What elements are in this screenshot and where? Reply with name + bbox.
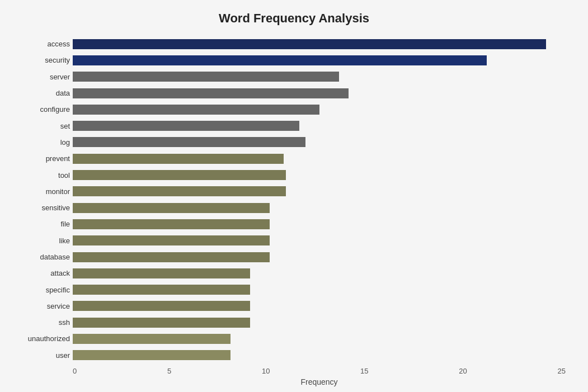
bar-rect xyxy=(73,186,286,196)
bar-row: configure xyxy=(73,103,566,116)
bars-container: accesssecurityserverdataconfiguresetlogp… xyxy=(11,36,577,363)
bar-label: prevent xyxy=(8,154,70,163)
bar-label: data xyxy=(8,89,70,97)
x-tick: 20 xyxy=(459,367,467,375)
bar-rect xyxy=(73,170,286,180)
bar-row: tool xyxy=(73,169,566,181)
bar-label: set xyxy=(8,122,70,130)
bar-label: log xyxy=(8,138,70,147)
bar-row: database xyxy=(73,251,566,263)
bar-label: unauthorized xyxy=(8,334,70,343)
bar-label: attack xyxy=(8,269,70,277)
bar-rect xyxy=(73,203,270,213)
bar-row: user xyxy=(73,349,566,361)
bar-row: monitor xyxy=(73,185,566,197)
bar-row: prevent xyxy=(73,153,566,165)
bar-label: database xyxy=(8,253,70,261)
bar-rect xyxy=(73,285,250,295)
chart-area: accesssecurityserverdataconfiguresetlogp… xyxy=(11,36,577,386)
bar-rect xyxy=(73,105,319,115)
bar-rect xyxy=(73,334,231,344)
bar-row: log xyxy=(73,136,566,148)
bar-label: service xyxy=(8,302,70,310)
bar-label: user xyxy=(8,351,70,360)
bar-row: access xyxy=(73,38,566,50)
bar-row: attack xyxy=(73,267,566,280)
bar-rect xyxy=(73,301,250,311)
bar-row: file xyxy=(73,218,566,230)
bar-rect xyxy=(73,235,270,245)
bar-row: ssh xyxy=(73,317,566,329)
bar-row: service xyxy=(73,300,566,312)
bar-rect xyxy=(73,268,250,278)
x-tick: 5 xyxy=(167,367,171,375)
bar-label: like xyxy=(8,237,70,245)
x-tick: 0 xyxy=(73,367,77,375)
bar-label: access xyxy=(8,40,70,48)
bar-row: unauthorized xyxy=(73,333,566,345)
bar-rect xyxy=(73,137,305,147)
bar-rect xyxy=(73,72,339,82)
bar-rect xyxy=(73,121,299,131)
bar-row: set xyxy=(73,120,566,132)
bar-label: file xyxy=(8,220,70,228)
bar-rect xyxy=(73,252,270,262)
x-axis-ticks: 0510152025 xyxy=(73,367,566,375)
bar-row: like xyxy=(73,234,566,247)
bar-label: server xyxy=(8,73,70,81)
x-tick: 10 xyxy=(262,367,270,375)
bar-rect xyxy=(73,55,487,65)
bar-row: data xyxy=(73,87,566,100)
bar-rect xyxy=(73,88,349,98)
bar-rect xyxy=(73,39,546,49)
bar-rect xyxy=(73,154,284,164)
bar-row: security xyxy=(73,54,566,67)
bar-label: monitor xyxy=(8,187,70,196)
bar-rect xyxy=(73,350,231,360)
bar-label: sensitive xyxy=(8,204,70,212)
bar-row: specific xyxy=(73,284,566,296)
bar-rect xyxy=(73,318,250,328)
bar-row: sensitive xyxy=(73,202,566,214)
bar-label: ssh xyxy=(8,318,70,327)
x-axis-area: 0510152025 Frequency xyxy=(11,367,577,386)
bar-rect xyxy=(73,219,270,229)
bar-label: security xyxy=(8,56,70,64)
bar-row: server xyxy=(73,70,566,83)
bar-label: specific xyxy=(8,286,70,294)
chart-title: Word Frequency Analysis xyxy=(219,11,369,26)
x-axis-label: Frequency xyxy=(73,377,566,386)
bar-label: tool xyxy=(8,171,70,180)
bar-label: configure xyxy=(8,105,70,114)
x-tick: 15 xyxy=(360,367,368,375)
x-tick: 25 xyxy=(557,367,565,375)
